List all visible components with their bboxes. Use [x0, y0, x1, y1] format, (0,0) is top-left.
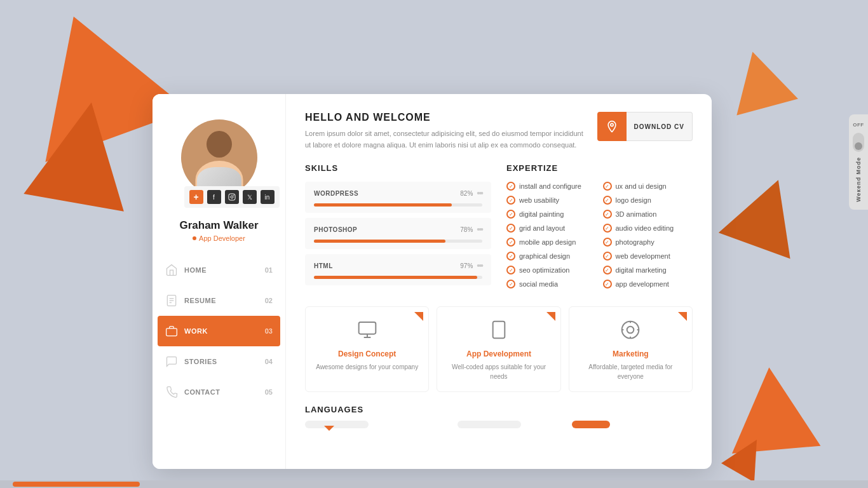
bg-triangle-2: [24, 93, 141, 211]
role-label: App Developer: [199, 234, 245, 242]
skill-name: WORDPRESS: [314, 190, 358, 197]
check-icon: ✓: [506, 280, 515, 288]
check-icon: ✓: [506, 238, 515, 247]
service-corner: [414, 312, 423, 321]
expertize-item: ✓ app development: [603, 280, 693, 288]
service-corner: [546, 312, 555, 321]
download-icon: [597, 112, 627, 141]
nav-item-contact[interactable]: CONTACT 05: [153, 377, 285, 407]
nav-label-contact: CONTACT: [184, 388, 265, 396]
download-label: DOWNLOD CV: [627, 112, 693, 141]
check-icon: ✓: [506, 266, 515, 274]
nav-item-work[interactable]: WORK 03: [158, 316, 280, 346]
expertize-item: ✓ graphical design: [506, 252, 597, 261]
check-icon: ✓: [506, 252, 515, 261]
expertize-label: audio video editing: [616, 224, 674, 232]
skill-name: HTML: [314, 262, 333, 269]
expertize-label: seo optimization: [519, 266, 570, 274]
expertize-label: install and configure: [519, 182, 581, 190]
expertize-item: ✓ grid and layout: [506, 224, 597, 233]
skill-bar-fill: [314, 240, 445, 243]
skills-list: WORDPRESS 82% ••• PHOTOSHOP 78% ••• HTML…: [305, 182, 491, 285]
service-desc: Awesome designs for your company: [316, 362, 418, 372]
svg-rect-0: [229, 194, 235, 200]
skill-pct: 97% •••: [460, 261, 482, 271]
toggle-switch[interactable]: [853, 133, 864, 152]
skill-bar-fill: [314, 203, 452, 207]
skills-title: SKILLS: [305, 163, 491, 173]
person-head: [207, 131, 232, 158]
service-card: Marketing Affordable, targeted media for…: [569, 306, 693, 392]
expertize-label: digital marketing: [616, 266, 667, 274]
skill-name: PHOTOSHOP: [314, 226, 357, 233]
check-icon: ✓: [603, 224, 612, 233]
service-name: Marketing: [580, 349, 682, 358]
scrollbar-bottom[interactable]: [0, 480, 868, 488]
skill-item: PHOTOSHOP 78% •••: [305, 218, 491, 249]
expertize-item: ✓ seo optimization: [506, 266, 597, 274]
expertize-title: EXPERTIZE: [506, 163, 693, 173]
languages-section: LANGUAGES: [305, 405, 693, 428]
weekend-label: Weкend Mode: [855, 157, 862, 202]
expertize-item: ✓ photography: [603, 238, 693, 247]
check-icon: ✓: [603, 196, 612, 205]
expertize-label: graphical design: [519, 252, 570, 260]
nav-list: HOME 01 RESUME 02 WORK 03: [153, 255, 285, 407]
nav-num-stories: 04: [265, 358, 273, 365]
service-card: Design Concept Awesome designs for your …: [305, 306, 429, 392]
services-row: Design Concept Awesome designs for your …: [305, 306, 693, 392]
social-bar: + f 𝕏 in: [184, 186, 280, 208]
linkedin-icon[interactable]: in: [261, 190, 275, 204]
expertize-label: logo design: [616, 196, 651, 204]
skills-section: SKILLS WORDPRESS 82% ••• PHOTOSHOP 78% •…: [305, 163, 491, 294]
expertize-label: web development: [616, 252, 670, 260]
service-icon: [580, 320, 682, 344]
svg-rect-8: [358, 322, 376, 334]
lang-arrow-1: [324, 426, 334, 431]
check-icon: ✓: [603, 210, 612, 219]
nav-num-resume: 02: [265, 297, 273, 304]
expertize-item: ✓ audio video editing: [603, 224, 693, 233]
check-icon: ✓: [506, 224, 515, 233]
language-bar-1: [305, 421, 369, 428]
check-icon: ✓: [603, 266, 612, 274]
expertize-item: ✓ 3D animation: [603, 210, 693, 219]
sidebar: + f 𝕏 in Graham Walker App Developer: [153, 94, 286, 469]
languages-row: [305, 421, 693, 428]
nav-label-work: WORK: [184, 327, 265, 335]
skill-bar-bg: [314, 203, 482, 207]
hello-body: Lorem ipsum dolor sit amet, consectetur …: [305, 128, 585, 151]
service-card: App Development Well-coded apps suitable…: [437, 306, 560, 392]
download-cv-button[interactable]: DOWNLOD CV: [597, 112, 693, 141]
service-desc: Affordable, targeted media for everyone: [580, 362, 682, 381]
twitter-icon[interactable]: 𝕏: [243, 190, 257, 204]
svg-point-1: [231, 196, 233, 198]
nav-label-stories: STORIES: [184, 358, 265, 365]
expertize-item: ✓ social media: [506, 280, 597, 288]
nav-item-home[interactable]: HOME 01: [153, 255, 285, 285]
expertize-item: ✓ web usability: [506, 196, 597, 205]
expertize-section: EXPERTIZE ✓ install and configure ✓ web …: [506, 163, 693, 294]
service-name: App Development: [447, 349, 550, 358]
toggle-knob: [855, 142, 862, 150]
social-add-button[interactable]: +: [189, 190, 203, 204]
svg-point-13: [622, 322, 639, 339]
header-text: HELLO AND WELCOME Lorem ipsum dolor sit …: [305, 112, 585, 151]
instagram-icon[interactable]: [225, 190, 239, 204]
skills-expertize-row: SKILLS WORDPRESS 82% ••• PHOTOSHOP 78% •…: [305, 163, 693, 294]
weekend-mode-toggle[interactable]: OFF Weкend Mode: [849, 114, 868, 210]
expertize-item: ✓ mobile app design: [506, 238, 597, 247]
nav-item-resume[interactable]: RESUME 02: [153, 285, 285, 316]
service-desc: Well-coded apps suitable for your needs: [447, 362, 550, 381]
facebook-icon[interactable]: f: [207, 190, 221, 204]
expertize-label: digital painting: [519, 210, 564, 218]
scroll-thumb[interactable]: [13, 482, 140, 487]
nav-label-home: HOME: [184, 266, 265, 274]
svg-point-2: [233, 195, 234, 196]
expertize-col-2: ✓ ux and ui design ✓ logo design ✓ 3D an…: [603, 182, 693, 294]
expertize-columns: ✓ install and configure ✓ web usability …: [506, 182, 693, 294]
nav-num-work: 03: [265, 327, 273, 335]
expertize-label: app development: [616, 280, 669, 288]
nav-item-stories[interactable]: STORIES 04: [153, 346, 285, 377]
skill-bar-bg: [314, 240, 482, 243]
